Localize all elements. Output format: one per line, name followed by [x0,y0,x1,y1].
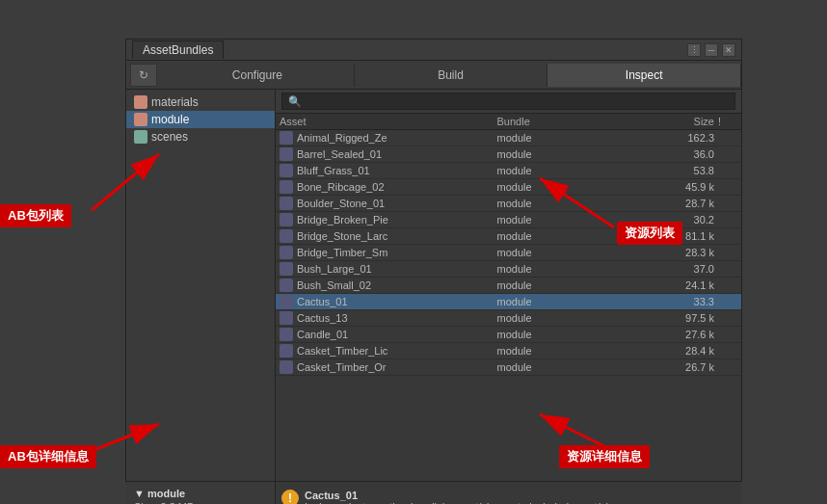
asset-name: Boulder_Stone_01 [297,198,385,209]
asset-bundle: module [497,263,627,275]
asset-bundle: module [497,361,627,373]
asset-size: 27.6 k [627,329,718,340]
main-window: AssetBundles ⋮ ─ ✕ ↻ Configure Build Ins… [125,39,742,482]
close-btn[interactable]: ✕ [722,43,735,57]
table-row[interactable]: Boulder_Stone_01 module 28.7 k [276,196,741,212]
asset-icon [280,131,293,145]
search-bar [276,90,741,114]
table-row[interactable]: Cactus_13 module 97.5 k [276,310,741,327]
refresh-button[interactable]: ↻ [130,64,157,87]
asset-icon [280,295,293,308]
header-asset: Asset [280,116,497,127]
asset-bundle: module [497,296,627,307]
asset-icon [280,147,293,161]
asset-size: 36.0 [627,148,718,160]
asset-name: Candle_01 [297,329,348,340]
asset-bundle: module [497,181,627,193]
asset-icon [280,279,293,292]
asset-size: 53.8 [627,165,718,176]
bundle-label-scenes: scenes [151,130,188,144]
table-row[interactable]: Bluff_Grass_01 module 53.8 [276,163,741,179]
asset-size: 162.3 [627,132,718,144]
table-row[interactable]: Casket_Timber_Lic module 28.4 k [276,343,741,359]
table-row[interactable]: Bush_Large_01 module 37.0 [276,261,741,278]
menu-btn[interactable]: ⋮ [687,43,701,57]
header-size: Size [627,116,718,127]
asset-bundle: module [497,132,627,144]
asset-size: 45.9 k [627,181,718,193]
asset-size: 97.5 k [627,312,718,324]
table-row[interactable]: Bush_Small_02 module 24.1 k [276,278,741,294]
asset-icon [280,229,293,243]
asset-name: Cactus_01 [297,296,348,307]
tab-configure[interactable]: Configure [161,64,355,87]
asset-table: Asset Bundle Size ! Animal_Rigged_Ze mod… [276,114,741,481]
bundle-item-materials[interactable]: materials [126,93,275,111]
left-panel: materials module scenes [126,90,276,481]
asset-bundle: module [497,345,627,357]
table-header: Asset Bundle Size ! [276,114,741,130]
asset-icon [280,246,293,259]
asset-icon [280,180,293,194]
annotation-asset-detail: 资源详细信息 [559,445,650,468]
tab-inspect[interactable]: Inspect [547,64,741,87]
bundle-item-module[interactable]: module [126,111,275,128]
asset-bundle: module [497,230,627,242]
warn-icon-1: ! [281,490,299,504]
bundle-icon-module [134,113,147,126]
asset-size: 24.1 k [627,279,718,291]
asset-bundle: module [497,214,627,225]
annotation-ab-detail: AB包详细信息 [0,445,96,468]
asset-name: Barrel_Sealed_01 [297,148,382,160]
asset-size: 28.7 k [627,198,718,209]
asset-bundle: module [497,329,627,340]
table-row[interactable]: Cactus_01 module 33.3 [276,294,741,310]
asset-size: 26.7 k [627,361,718,373]
bottom-left: ▼ module Size: 3.3 MB ▼ Dependent On: ma… [126,482,276,504]
search-input[interactable] [281,93,735,110]
table-row[interactable]: Candle_01 module 27.6 k [276,327,741,343]
bundle-item-scenes[interactable]: scenes [126,128,275,146]
asset-icon [280,344,293,358]
asset-size: 37.0 [627,263,718,275]
table-row[interactable]: Animal_Rigged_Ze module 162.3 [276,130,741,146]
asset-bundle: module [497,198,627,209]
bottom-area: ▼ module Size: 3.3 MB ▼ Dependent On: ma… [126,481,741,504]
asset-name: Bluff_Grass_01 [297,165,370,176]
asset-size: 33.3 [627,296,718,307]
asset-icon [280,311,293,325]
annotation-asset-list: 资源列表 [617,222,682,245]
right-panel: Asset Bundle Size ! Animal_Rigged_Ze mod… [276,90,741,481]
asset-bundle: module [497,148,627,160]
asset-name: Bridge_Broken_Pie [297,214,388,225]
asset-name: Casket_Timber_Or [297,361,387,373]
asset-name: Bridge_Timber_Sm [297,247,387,258]
title-bar: AssetBundles ⋮ ─ ✕ [126,40,741,61]
asset-name: Cactus_13 [297,312,348,324]
table-row[interactable]: Bridge_Timber_Sm module 28.3 k [276,245,741,261]
asset-icon [280,164,293,177]
minimize-btn[interactable]: ─ [705,43,718,57]
header-flag: ! [718,116,737,127]
asset-icon [280,328,293,341]
window-title: AssetBundles [132,40,224,59]
asset-bundle: module [497,165,627,176]
info-entry-1: ! Cactus_01 Is dependent on other bundle… [281,486,735,504]
bundle-label-module: module [151,113,189,126]
table-row[interactable]: Barrel_Sealed_01 module 36.0 [276,146,741,163]
asset-name: Bridge_Stone_Larc [297,230,387,242]
content-area: materials module scenes A [126,90,741,481]
bundle-icon-scenes [134,130,147,144]
bundle-label-materials: materials [151,95,199,109]
table-row[interactable]: Casket_Timber_Or module 26.7 k [276,359,741,376]
info-title-1: Cactus_01 [305,490,612,501]
asset-icon [280,213,293,226]
asset-name: Animal_Rigged_Ze [297,132,387,144]
asset-size: 28.3 k [627,247,718,258]
table-row[interactable]: Bone_Ribcage_02 module 45.9 k [276,179,741,196]
tab-build[interactable]: Build [355,64,548,87]
toolbar: ↻ Configure Build Inspect [126,61,741,90]
asset-icon [280,262,293,276]
asset-bundle: module [497,279,627,291]
module-name: ▼ module [134,488,267,499]
